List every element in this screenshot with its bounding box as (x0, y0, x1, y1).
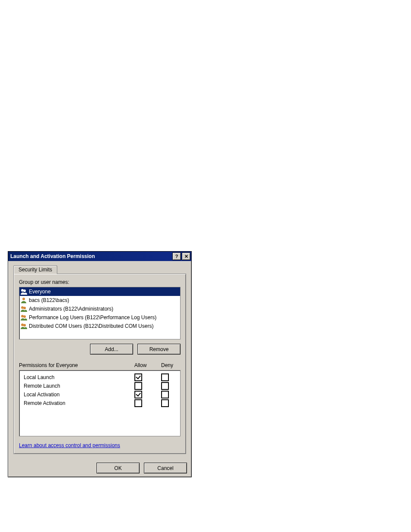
permission-row: Remote Activation (21, 399, 178, 408)
svg-point-6 (23, 315, 26, 318)
user-item[interactable]: Administrators (B122\Administrators) (19, 305, 180, 313)
svg-point-1 (23, 289, 26, 292)
remove-button[interactable]: Remove (137, 344, 181, 355)
group-icon (20, 314, 27, 321)
permissions-for-label: Permissions for Everyone (19, 362, 127, 368)
deny-checkbox[interactable] (161, 382, 169, 390)
cancel-button[interactable]: Cancel (144, 463, 187, 473)
help-icon: ? (175, 254, 178, 259)
titlebar-buttons: ? ✕ (171, 252, 190, 260)
user-icon (20, 297, 27, 304)
allow-checkbox[interactable] (134, 399, 142, 407)
permission-name: Local Launch (21, 374, 125, 380)
user-item-label: Everyone (29, 289, 51, 295)
tab-security-limits[interactable]: Security Limits (13, 265, 57, 274)
permissions-header: Permissions for Everyone Allow Deny (19, 362, 181, 368)
permission-row: Remote Launch (21, 382, 178, 390)
group-icon (20, 323, 27, 330)
permission-dialog: Launch and Activation Permission ? ✕ Sec… (8, 251, 192, 477)
svg-point-4 (23, 307, 26, 309)
permission-row: Local Launch (21, 373, 178, 382)
user-item-label: Performance Log Users (B122\Performance … (29, 314, 156, 320)
svg-point-0 (21, 289, 24, 292)
user-item-label: bacs (B122\bacs) (29, 297, 69, 303)
close-icon: ✕ (184, 254, 188, 259)
tab-panel: Group or user names: Everyonebacs (B122\… (13, 274, 186, 454)
svg-point-3 (21, 306, 24, 309)
user-item-label: Administrators (B122\Administrators) (29, 306, 113, 312)
user-item[interactable]: bacs (B122\bacs) (19, 296, 180, 305)
tab-strip: Security Limits (13, 265, 186, 274)
user-item[interactable]: Performance Log Users (B122\Performance … (19, 313, 180, 322)
permission-row: Local Activation (21, 390, 178, 399)
user-list[interactable]: Everyonebacs (B122\bacs)Administrators (… (19, 287, 181, 339)
permissions-list: Local LaunchRemote LaunchLocal Activatio… (19, 370, 181, 436)
dialog-buttons: OK Cancel (8, 459, 191, 477)
deny-checkbox[interactable] (161, 391, 169, 398)
allow-checkbox[interactable] (134, 391, 142, 398)
group-icon (20, 288, 27, 295)
help-button[interactable]: ? (172, 252, 181, 260)
allow-checkbox[interactable] (134, 373, 142, 381)
user-item-label: Distributed COM Users (B122\Distributed … (29, 323, 153, 329)
dialog-title: Launch and Activation Permission (9, 253, 171, 259)
permission-name: Remote Launch (21, 383, 125, 389)
svg-point-5 (21, 315, 24, 317)
column-allow: Allow (127, 362, 154, 368)
permission-name: Remote Activation (21, 400, 125, 406)
user-item[interactable]: Distributed COM Users (B122\Distributed … (19, 322, 180, 330)
allow-checkbox[interactable] (134, 382, 142, 390)
add-button[interactable]: Add... (90, 344, 133, 355)
titlebar: Launch and Activation Permission ? ✕ (8, 252, 191, 261)
dialog-body: Security Limits Group or user names: Eve… (8, 261, 191, 459)
learn-link[interactable]: Learn about access control and permissio… (19, 442, 120, 448)
user-buttons: Add... Remove (19, 344, 181, 355)
svg-point-7 (21, 324, 24, 326)
column-deny: Deny (154, 362, 181, 368)
svg-point-8 (23, 324, 26, 327)
group-user-label: Group or user names: (19, 279, 181, 285)
ok-button[interactable]: OK (97, 463, 140, 473)
user-item[interactable]: Everyone (19, 287, 180, 296)
close-button[interactable]: ✕ (182, 252, 190, 260)
permission-name: Local Activation (21, 392, 125, 398)
deny-checkbox[interactable] (161, 373, 169, 381)
group-icon (20, 305, 27, 312)
svg-point-2 (22, 298, 25, 300)
deny-checkbox[interactable] (161, 399, 169, 407)
